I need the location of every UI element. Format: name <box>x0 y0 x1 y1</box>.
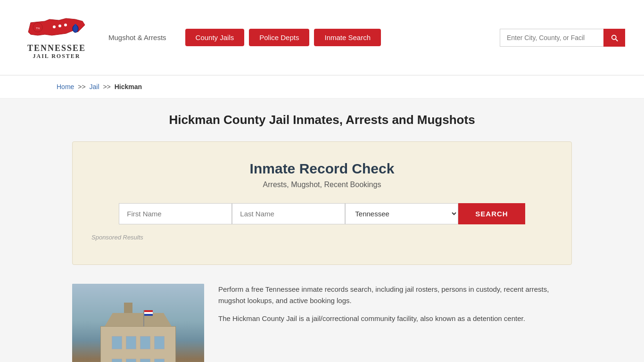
police-depts-button[interactable]: Police Depts <box>249 29 309 46</box>
logo-text-tennessee: TENNESSEE <box>27 44 86 53</box>
inmate-search-button[interactable]: Inmate Search <box>314 29 381 46</box>
mugshot-arrests-link[interactable]: Mugshot & Arrests <box>108 33 166 41</box>
breadcrumb-bar: Home >> Jail >> Hickman <box>0 75 644 99</box>
logo-icon: TN <box>26 16 87 44</box>
header-search-button[interactable] <box>603 29 625 47</box>
breadcrumb-sep2: >> <box>103 83 110 90</box>
header-search-input[interactable] <box>500 29 603 47</box>
svg-rect-4 <box>74 24 76 31</box>
inmate-search-form: AlabamaAlaskaArizonaArkansasCaliforniaCo… <box>91 203 553 224</box>
search-button[interactable]: SEARCH <box>458 203 525 224</box>
bottom-section: Perform a free Tennessee inmate records … <box>72 284 572 362</box>
logo: TN TENNESSEE JAIL ROSTER <box>19 16 94 59</box>
site-header: TN TENNESSEE JAIL ROSTER Mugshot & Arres… <box>0 0 644 75</box>
breadcrumb-jail[interactable]: Jail <box>90 83 99 90</box>
search-icon <box>610 33 619 42</box>
description-area: Perform a free Tennessee inmate records … <box>218 284 572 331</box>
svg-point-1 <box>58 25 61 27</box>
record-check-subtitle: Arrests, Mugshot, Recent Bookings <box>91 181 553 189</box>
svg-point-0 <box>53 25 56 28</box>
svg-point-2 <box>64 24 67 26</box>
breadcrumb-sep1: >> <box>78 83 85 90</box>
building-illustration <box>91 317 185 362</box>
sponsored-text: Sponsored Results <box>91 234 553 241</box>
nav-buttons: County Jails Police Depts Inmate Search <box>185 29 381 46</box>
county-jails-button[interactable]: County Jails <box>185 29 245 46</box>
breadcrumb-current: Hickman <box>115 83 142 90</box>
first-name-input[interactable] <box>119 203 232 224</box>
last-name-input[interactable] <box>232 203 345 224</box>
svg-text:TN: TN <box>36 27 40 30</box>
description-para2: The Hickman County Jail is a jail/correc… <box>218 313 572 324</box>
record-check-title: Inmate Record Check <box>91 161 553 177</box>
jail-image <box>72 284 204 362</box>
breadcrumb-home[interactable]: Home <box>57 83 74 90</box>
description-para1: Perform a free Tennessee inmate records … <box>218 284 572 306</box>
header-nav: Mugshot & Arrests County Jails Police De… <box>108 29 486 46</box>
record-check-box: Inmate Record Check Arrests, Mugshot, Re… <box>72 141 572 265</box>
page-title: Hickman County Jail Inmates, Arrests and… <box>72 113 572 127</box>
main-content: Hickman County Jail Inmates, Arrests and… <box>63 99 581 362</box>
breadcrumb: Home >> Jail >> Hickman <box>57 83 587 90</box>
logo-text-jail-roster: JAIL ROSTER <box>27 53 86 59</box>
header-search <box>500 29 625 47</box>
state-select[interactable]: AlabamaAlaskaArizonaArkansasCaliforniaCo… <box>345 203 458 224</box>
